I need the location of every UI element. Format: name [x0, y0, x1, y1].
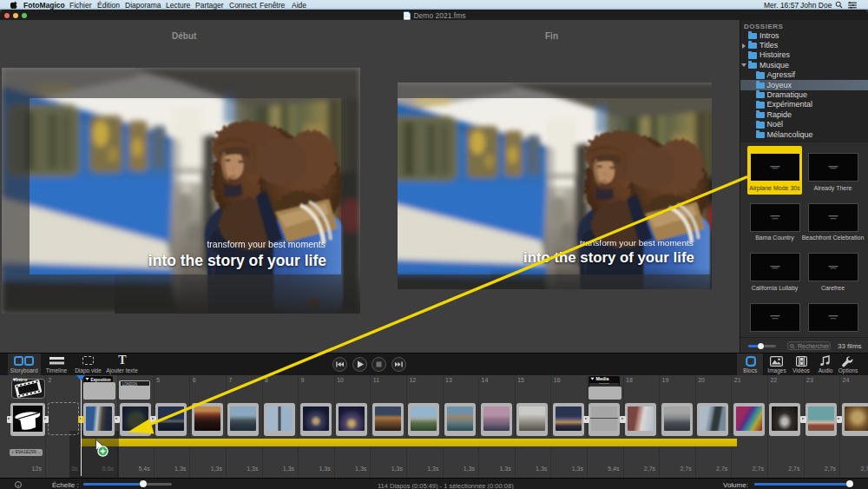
- svg-text:Media: Media: [595, 376, 609, 381]
- svg-text:LONDON: LONDON: [122, 381, 137, 386]
- svg-text:Exposition: Exposition: [90, 377, 110, 382]
